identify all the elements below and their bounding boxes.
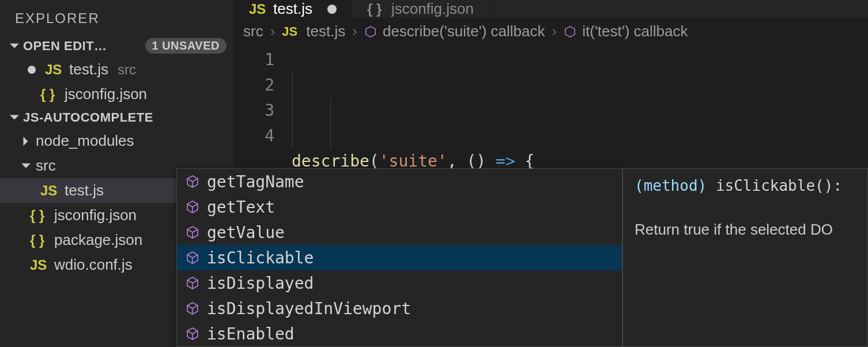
open-editor-item[interactable]: JS test.js src: [0, 57, 233, 82]
method-icon: [185, 199, 200, 214]
suggest-label: isEnabled: [207, 325, 295, 344]
signature-text: (method) isClickable():: [635, 177, 856, 194]
suggest-label: isDisplayedInViewport: [207, 299, 411, 318]
breadcrumb-segment[interactable]: it('test') callback: [582, 22, 688, 40]
chevron-down-icon: [9, 112, 20, 123]
method-icon: [364, 25, 377, 38]
method-icon: [185, 225, 200, 240]
chevron-right-icon: ›: [269, 22, 277, 40]
suggest-item[interactable]: getTagName: [177, 169, 622, 194]
chevron-right-icon: ›: [551, 22, 558, 40]
chevron-down-icon: [9, 41, 20, 51]
js-file-icon: JS: [45, 62, 63, 78]
suggest-label: getTagName: [207, 172, 304, 191]
suggestion-docs: (method) isClickable(): Return true if t…: [622, 168, 868, 347]
breadcrumb-segment[interactable]: test.js: [306, 22, 345, 40]
suggest-label: isClickable: [207, 248, 314, 267]
doc-description: Return true if the selected DO: [635, 221, 856, 239]
suggest-item[interactable]: isEnabled: [177, 321, 622, 346]
breadcrumb-segment[interactable]: src: [243, 22, 263, 40]
suggest-label: getText: [207, 198, 275, 217]
file-name: wdio.conf.js: [54, 256, 133, 274]
workspace-header[interactable]: JS-AUTOCOMPLETE: [0, 107, 233, 129]
json-file-icon: { }: [367, 1, 386, 17]
open-editors-header[interactable]: OPEN EDIT… 1 UNSAVED: [0, 35, 233, 57]
js-file-icon: JS: [40, 183, 59, 199]
file-name: jsconfig.json: [65, 85, 147, 103]
suggest-item[interactable]: getText: [177, 194, 622, 220]
file-dir: src: [118, 62, 136, 78]
chevron-down-icon: [21, 161, 31, 171]
json-file-icon: { }: [30, 232, 48, 248]
method-icon: [185, 276, 200, 291]
tab-jsconfig[interactable]: { } jsconfig.json: [352, 0, 489, 18]
dirty-dot-icon: [28, 66, 36, 74]
dirty-dot-icon: [327, 5, 337, 14]
method-icon: [564, 25, 576, 38]
suggest-item[interactable]: isDisplayed: [177, 270, 622, 296]
tab-label: test.js: [273, 0, 312, 18]
suggest-label: isDisplayed: [207, 274, 314, 293]
tab-test-js[interactable]: JS test.js: [234, 0, 352, 18]
file-name: test.js: [65, 182, 104, 199]
tab-bar: JS test.js { } jsconfig.json: [234, 0, 868, 18]
folder-node-modules[interactable]: node_modules: [0, 129, 233, 153]
method-icon: [185, 250, 200, 265]
breadcrumb-segment[interactable]: describe('suite') callback: [383, 22, 545, 40]
method-icon: [185, 326, 200, 341]
suggest-item[interactable]: isDisplayedInViewport: [177, 296, 622, 321]
file-name: package.json: [54, 231, 142, 249]
chevron-right-icon: [21, 136, 31, 146]
folder-name: src: [36, 157, 56, 175]
open-editor-item[interactable]: { } jsconfig.json: [0, 82, 233, 107]
suggest-item[interactable]: isClickable: [177, 245, 622, 270]
autocomplete-popup[interactable]: getTagNamegetTextgetValueisClickableisDi…: [176, 168, 622, 347]
folder-name: node_modules: [36, 132, 134, 150]
json-file-icon: { }: [30, 208, 48, 224]
breadcrumb[interactable]: src › JS test.js › describe('suite') cal…: [234, 18, 868, 45]
file-name: jsconfig.json: [54, 206, 137, 224]
method-icon: [185, 301, 200, 316]
chevron-right-icon: ›: [351, 22, 358, 40]
method-icon: [185, 174, 200, 189]
js-file-icon: JS: [282, 24, 300, 39]
tab-label: jsconfig.json: [391, 0, 474, 18]
explorer-title: EXPLORER: [0, 0, 233, 35]
suggest-item[interactable]: getValue: [177, 220, 622, 245]
js-file-icon: JS: [30, 257, 48, 273]
js-file-icon: JS: [249, 1, 267, 17]
json-file-icon: { }: [40, 86, 59, 103]
workspace-label: JS-AUTOCOMPLETE: [23, 110, 153, 125]
unsaved-badge: 1 UNSAVED: [145, 38, 227, 54]
file-name: test.js: [69, 61, 108, 78]
suggest-label: getValue: [207, 223, 285, 242]
open-editors-label: OPEN EDIT…: [23, 39, 107, 54]
